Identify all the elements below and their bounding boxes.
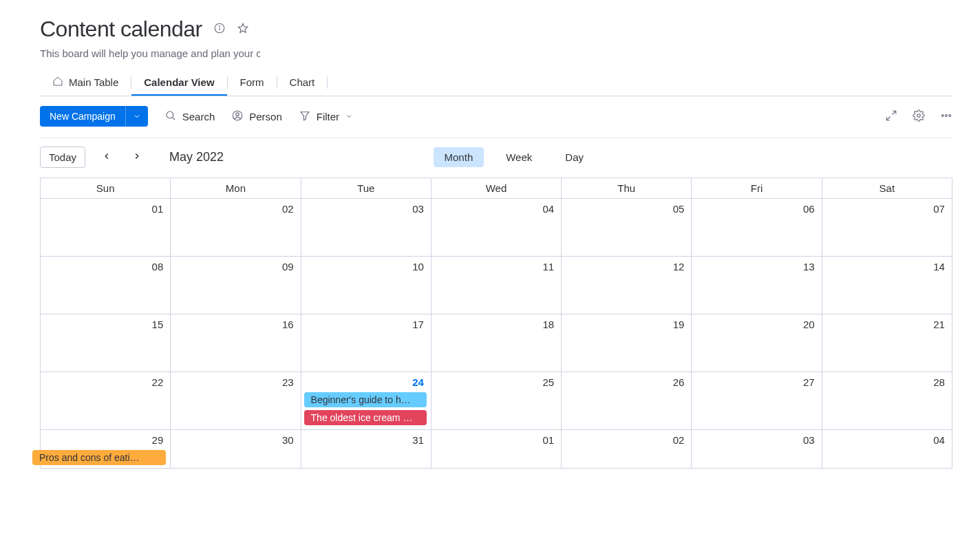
calendar-cell[interactable]: 03 (301, 199, 431, 257)
calendar-cell[interactable]: 26 (561, 372, 691, 430)
tab-main-table[interactable]: Main Table (40, 69, 131, 96)
month-label: May 2022 (169, 150, 224, 164)
home-icon (52, 76, 63, 89)
calendar-cell[interactable]: 30 (170, 430, 300, 468)
calendar-cell[interactable]: 15 (40, 314, 170, 372)
calendar-cell[interactable]: 21 (822, 314, 952, 372)
calendar-event[interactable]: Pros and cons of eati… (32, 450, 166, 465)
today-button[interactable]: Today (40, 147, 85, 168)
calendar-cell[interactable]: 07 (822, 199, 952, 257)
calendar-cell[interactable]: 05 (561, 199, 691, 257)
calendar-cell[interactable]: 02 (170, 199, 300, 257)
more-icon[interactable] (940, 109, 952, 124)
prev-button[interactable] (98, 149, 116, 166)
calendar-cell[interactable]: 23 (170, 372, 300, 430)
svg-point-7 (236, 112, 239, 116)
calendar-header: Today May 2022 Month Week Day (40, 138, 952, 178)
filter-label: Filter (317, 111, 339, 122)
tab-separator (327, 76, 328, 89)
calendar-cell[interactable]: 25 (431, 372, 561, 430)
calendar-cell[interactable]: 06 (691, 199, 821, 257)
toolbar: New Campaign Search Person Filter (40, 96, 952, 136)
day-header: Wed (431, 178, 561, 199)
day-number: 12 (564, 259, 687, 274)
person-icon (231, 109, 244, 124)
star-icon[interactable] (237, 22, 249, 36)
calendar-event[interactable]: The oldest ice cream … (304, 410, 427, 425)
svg-marker-8 (301, 111, 309, 120)
gear-icon[interactable] (913, 109, 925, 124)
search-tool[interactable]: Search (164, 109, 215, 124)
day-number: 10 (304, 259, 427, 274)
tab-label: Chart (290, 76, 315, 88)
day-number: 21 (825, 317, 948, 332)
view-month[interactable]: Month (434, 147, 484, 167)
chevron-down-icon[interactable] (125, 106, 148, 127)
calendar-cell[interactable]: 02 (561, 430, 691, 468)
calendar-cell[interactable]: 01 (431, 430, 561, 468)
calendar-cell[interactable]: 08 (40, 257, 170, 314)
svg-marker-3 (238, 23, 248, 32)
calendar-cell[interactable]: 04 (822, 430, 952, 468)
day-number: 22 (43, 375, 166, 389)
calendar-cell[interactable]: 01 (40, 199, 170, 257)
svg-point-13 (946, 114, 948, 116)
svg-line-9 (893, 111, 896, 114)
page-title: Content calendar (40, 17, 202, 42)
day-number: 25 (434, 375, 557, 389)
calendar-cell[interactable]: 20 (691, 314, 821, 372)
tab-label: Form (240, 76, 264, 88)
calendar-cell[interactable]: 09 (170, 257, 300, 314)
view-switch: Month Week Day (434, 147, 595, 167)
calendar-cell[interactable]: 19 (561, 314, 691, 372)
calendar-cell[interactable]: 12 (561, 257, 691, 314)
day-number: 24 (304, 375, 427, 389)
info-icon[interactable] (213, 22, 226, 36)
chevron-down-icon (345, 111, 353, 122)
day-number: 04 (434, 202, 557, 216)
day-number: 03 (694, 433, 817, 447)
calendar-cell[interactable]: 31 (301, 430, 431, 468)
day-number: 29 (43, 433, 166, 447)
tab-chart[interactable]: Chart (277, 69, 328, 95)
filter-icon (299, 109, 311, 124)
next-button[interactable] (128, 149, 146, 166)
person-tool[interactable]: Person (231, 109, 282, 124)
calendar-cell[interactable]: 16 (170, 314, 300, 372)
new-campaign-label: New Campaign (40, 106, 125, 127)
filter-tool[interactable]: Filter (299, 109, 353, 124)
view-day[interactable]: Day (554, 147, 595, 167)
new-campaign-button[interactable]: New Campaign (40, 106, 148, 127)
day-number: 27 (694, 375, 817, 389)
calendar-cell[interactable]: 13 (691, 257, 821, 314)
day-number: 19 (564, 317, 687, 332)
day-number: 01 (43, 202, 166, 216)
calendar-grid: SunMonTueWedThuFriSat 010203040506070809… (40, 178, 952, 469)
tab-calendar-view[interactable]: Calendar View (131, 69, 226, 95)
calendar-event[interactable]: Beginner's guide to h… (304, 392, 427, 407)
expand-icon[interactable] (885, 109, 897, 124)
calendar-cell[interactable]: 17 (301, 314, 431, 372)
day-number: 18 (434, 317, 557, 332)
calendar-cell[interactable]: 18 (431, 314, 561, 372)
view-week[interactable]: Week (495, 147, 543, 167)
calendar-cell[interactable]: 29Pros and cons of eati… (40, 430, 170, 468)
calendar-cell[interactable]: 11 (431, 257, 561, 314)
calendar-cell[interactable]: 03 (691, 430, 821, 468)
calendar-cell[interactable]: 04 (431, 199, 561, 257)
day-number: 03 (304, 202, 427, 216)
calendar-cell[interactable]: 28 (822, 372, 952, 430)
day-header: Sun (40, 178, 170, 199)
calendar-cell[interactable]: 10 (301, 257, 431, 314)
calendar-cell[interactable]: 27 (691, 372, 821, 430)
calendar-cell[interactable]: 22 (40, 372, 170, 430)
day-number: 26 (564, 375, 687, 389)
tab-form[interactable]: Form (228, 69, 277, 95)
day-number: 31 (304, 433, 427, 447)
day-number: 15 (43, 317, 166, 332)
day-number: 06 (694, 202, 817, 216)
calendar-cell[interactable]: 14 (822, 257, 952, 314)
day-number: 20 (694, 317, 817, 332)
svg-line-5 (172, 117, 175, 120)
calendar-cell[interactable]: 24Beginner's guide to h…The oldest ice c… (301, 372, 431, 430)
